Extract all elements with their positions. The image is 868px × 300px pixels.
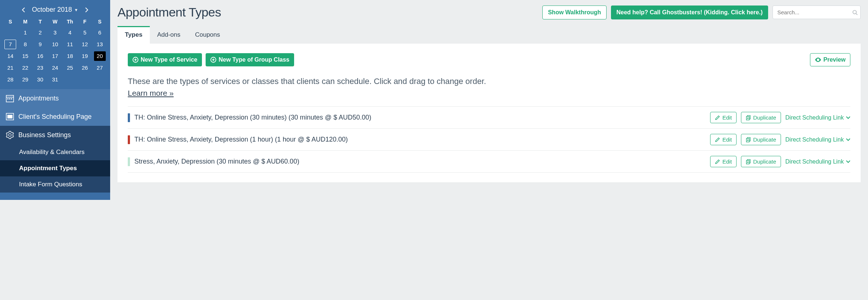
cal-dow: S bbox=[3, 17, 18, 27]
cal-day[interactable]: 6 bbox=[94, 28, 106, 37]
cal-dow: F bbox=[77, 17, 93, 27]
cal-dow: M bbox=[18, 17, 33, 27]
plus-circle-icon bbox=[210, 57, 216, 63]
cal-day[interactable]: 3 bbox=[49, 28, 61, 37]
duplicate-icon bbox=[746, 137, 751, 142]
cal-day[interactable]: 15 bbox=[19, 51, 31, 61]
svg-rect-4 bbox=[11, 98, 12, 99]
chevron-down-icon bbox=[846, 138, 850, 141]
plus-circle-icon bbox=[133, 57, 138, 63]
cal-day[interactable]: 14 bbox=[4, 51, 16, 61]
cal-day[interactable]: 20 bbox=[94, 51, 106, 61]
sidebar-item-client-page[interactable]: Client's Scheduling Page bbox=[0, 107, 110, 126]
tab-types[interactable]: Types bbox=[117, 26, 150, 44]
learn-more-link[interactable]: Learn more » bbox=[128, 89, 174, 98]
window-icon bbox=[6, 113, 14, 121]
calendar-grid: SMTWThFS 1234567891011121314151617181920… bbox=[3, 17, 107, 85]
cal-day[interactable]: 16 bbox=[34, 51, 46, 61]
cal-day[interactable]: 4 bbox=[64, 28, 76, 37]
cal-day[interactable]: 27 bbox=[94, 63, 106, 73]
cal-day[interactable]: 18 bbox=[64, 51, 76, 61]
cal-dow: T bbox=[33, 17, 48, 27]
cal-day[interactable]: 9 bbox=[34, 40, 46, 49]
sidebar-item-intake-forms[interactable]: Intake Form Questions bbox=[0, 176, 110, 193]
new-group-class-button[interactable]: New Type of Group Class bbox=[206, 53, 294, 66]
gear-icon bbox=[6, 131, 14, 139]
cal-day[interactable]: 22 bbox=[19, 63, 31, 73]
cal-day[interactable]: 12 bbox=[79, 40, 91, 49]
appointment-type-title: Stress, Anxiety, Depression (30 minutes … bbox=[134, 158, 706, 165]
cal-day[interactable]: 24 bbox=[49, 63, 61, 73]
tab-addons[interactable]: Add-ons bbox=[150, 26, 188, 44]
appointment-type-row[interactable]: TH: Online Stress, Anxiety, Depression (… bbox=[128, 129, 850, 151]
cal-day[interactable]: 1 bbox=[19, 28, 31, 37]
help-button[interactable]: Need help? Call Ghostbusters! (Kidding. … bbox=[611, 6, 768, 19]
tab-coupons[interactable]: Coupons bbox=[188, 26, 227, 44]
cal-day[interactable]: 2 bbox=[34, 28, 46, 37]
cal-day[interactable]: 17 bbox=[49, 51, 61, 61]
duplicate-button[interactable]: Duplicate bbox=[741, 112, 781, 123]
cal-day[interactable]: 28 bbox=[4, 75, 16, 84]
appointment-type-title: TH: Online Stress, Anxiety, Depression (… bbox=[134, 136, 706, 143]
svg-rect-6 bbox=[7, 115, 12, 118]
chevron-down-icon bbox=[846, 116, 850, 119]
sidebar-item-availability[interactable]: Availability & Calendars bbox=[0, 144, 110, 160]
new-service-button[interactable]: New Type of Service bbox=[128, 53, 202, 66]
duplicate-icon bbox=[746, 159, 751, 164]
sidebar-item-label: Appointments bbox=[18, 95, 59, 102]
color-swatch bbox=[128, 113, 130, 122]
cal-day[interactable]: 19 bbox=[79, 51, 91, 61]
calendar-icon bbox=[6, 94, 14, 102]
cal-day[interactable]: 31 bbox=[49, 75, 61, 84]
cal-day[interactable]: 5 bbox=[79, 28, 91, 37]
svg-rect-3 bbox=[9, 98, 10, 99]
pencil-icon bbox=[715, 115, 720, 120]
duplicate-button[interactable]: Duplicate bbox=[741, 156, 781, 167]
intro-text: These are the types of services or class… bbox=[128, 75, 850, 87]
direct-scheduling-link[interactable]: Direct Scheduling Link bbox=[785, 114, 850, 121]
cal-day[interactable]: 26 bbox=[79, 63, 91, 73]
cal-day[interactable]: 21 bbox=[4, 63, 16, 73]
sidebar-item-label: Client's Scheduling Page bbox=[18, 113, 92, 121]
cal-month-select[interactable]: October 2018 ▼ bbox=[32, 6, 78, 14]
chevron-down-icon: ▼ bbox=[74, 8, 78, 12]
eye-icon bbox=[815, 58, 821, 62]
cal-dow: Th bbox=[62, 17, 77, 27]
chevron-down-icon bbox=[846, 160, 850, 163]
edit-button[interactable]: Edit bbox=[710, 134, 737, 145]
duplicate-button[interactable]: Duplicate bbox=[741, 134, 781, 145]
duplicate-icon bbox=[746, 115, 751, 120]
show-walkthrough-button[interactable]: Show Walkthrough bbox=[542, 6, 606, 19]
svg-rect-2 bbox=[7, 98, 8, 99]
sidebar-item-business-settings[interactable]: Business Settings bbox=[0, 126, 110, 144]
cal-dow: S bbox=[92, 17, 107, 27]
color-swatch bbox=[128, 135, 130, 144]
appointment-type-row[interactable]: Stress, Anxiety, Depression (30 minutes … bbox=[128, 151, 850, 173]
search-input[interactable] bbox=[773, 6, 861, 19]
cal-day[interactable]: 23 bbox=[34, 63, 46, 73]
pencil-icon bbox=[715, 159, 720, 164]
cal-day[interactable]: 13 bbox=[94, 40, 106, 49]
sidebar-item-label: Business Settings bbox=[18, 131, 71, 139]
sidebar-item-appointments[interactable]: Appointments bbox=[0, 89, 110, 107]
cal-next[interactable] bbox=[82, 7, 91, 13]
cal-day[interactable]: 11 bbox=[64, 40, 76, 49]
edit-button[interactable]: Edit bbox=[710, 112, 737, 123]
cal-day[interactable]: 30 bbox=[34, 75, 46, 84]
preview-button[interactable]: Preview bbox=[810, 53, 850, 66]
cal-prev[interactable] bbox=[19, 7, 28, 13]
edit-button[interactable]: Edit bbox=[710, 156, 737, 167]
appointment-type-row[interactable]: TH: Online Stress, Anxiety, Depression (… bbox=[128, 106, 850, 129]
direct-scheduling-link[interactable]: Direct Scheduling Link bbox=[785, 136, 850, 143]
direct-scheduling-link[interactable]: Direct Scheduling Link bbox=[785, 158, 850, 165]
cal-title-text: October 2018 bbox=[32, 6, 72, 14]
cal-day[interactable]: 25 bbox=[64, 63, 76, 73]
cal-day[interactable]: 10 bbox=[49, 40, 61, 49]
page-title: Appointment Types bbox=[117, 5, 221, 19]
cal-dow: W bbox=[48, 17, 63, 27]
color-swatch bbox=[128, 157, 130, 166]
sidebar-item-appointment-types[interactable]: Appointment Types bbox=[0, 160, 110, 176]
cal-day[interactable]: 29 bbox=[19, 75, 31, 84]
cal-day[interactable]: 8 bbox=[19, 40, 31, 49]
cal-day[interactable]: 7 bbox=[4, 40, 16, 49]
